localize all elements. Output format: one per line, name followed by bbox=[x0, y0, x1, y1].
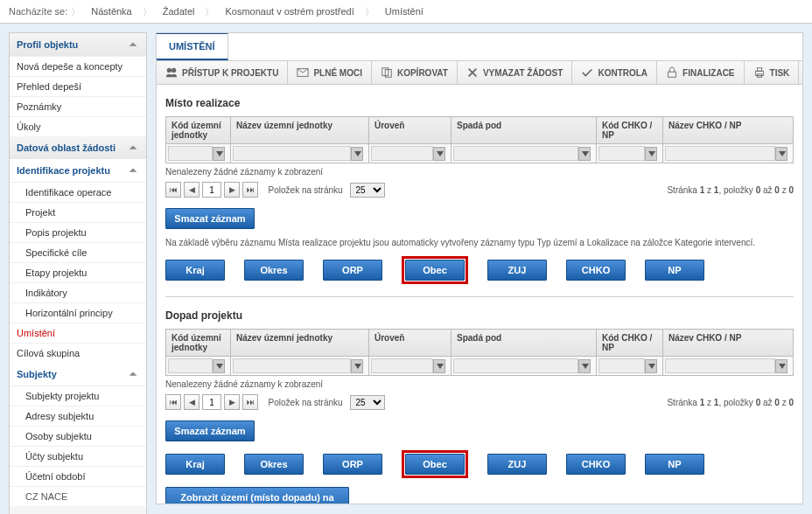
toolbar-vymazat[interactable]: VYMAZAT ŽÁDOST bbox=[458, 61, 572, 84]
col-header[interactable]: Název CHKO / NP bbox=[663, 330, 794, 357]
sidebar-item[interactable]: Popis projektu bbox=[10, 222, 146, 242]
col-header[interactable]: Úroveň bbox=[369, 330, 452, 357]
filter-icon[interactable] bbox=[578, 359, 591, 373]
filter-icon[interactable] bbox=[213, 359, 225, 373]
kraj-button[interactable]: Kraj bbox=[165, 260, 225, 281]
sidebar-item-active[interactable]: Umístění bbox=[10, 323, 146, 343]
sidebar-header-fin[interactable]: Financování bbox=[10, 506, 146, 514]
filter-icon[interactable] bbox=[775, 359, 788, 373]
sidebar-item[interactable]: Horizontální principy bbox=[10, 302, 146, 323]
toolbar-kopirovat[interactable]: KOPÍROVAT bbox=[372, 61, 458, 84]
sidebar-item[interactable]: Účetní období bbox=[10, 466, 146, 486]
col-header[interactable]: Spadá pod bbox=[452, 330, 597, 357]
toolbar-kontrola[interactable]: KONTROLA bbox=[572, 61, 657, 84]
bc-item[interactable]: Umístění bbox=[378, 4, 430, 18]
toolbar-plnemoci[interactable]: PLNÉ MOCI bbox=[288, 61, 372, 84]
delete-button[interactable]: Smazat záznam bbox=[165, 208, 255, 229]
sidebar-item[interactable]: Přehled depeší bbox=[10, 76, 146, 96]
np-button[interactable]: NP bbox=[645, 260, 704, 281]
col-header[interactable]: Název územní jednotky bbox=[231, 117, 369, 144]
sidebar-header-data[interactable]: Datová oblast žádosti bbox=[10, 136, 146, 159]
sidebar-header-ident[interactable]: Identifikace projektu bbox=[10, 159, 146, 182]
pager-first[interactable]: ⏮ bbox=[165, 394, 181, 410]
filter-input[interactable] bbox=[598, 146, 645, 161]
sidebar-item[interactable]: Cílová skupina bbox=[10, 343, 146, 363]
sidebar-item[interactable]: Indikátory bbox=[10, 282, 146, 302]
show-area-button[interactable]: Zobrazit území (místo dopadu) na výzvě bbox=[165, 487, 349, 504]
tab-umisteni[interactable]: UMÍSTĚNÍ bbox=[157, 32, 228, 60]
filter-input[interactable] bbox=[453, 146, 578, 161]
sidebar-header-subj[interactable]: Subjekty bbox=[10, 363, 146, 386]
pager-last[interactable]: ⏭ bbox=[242, 394, 258, 410]
col-header[interactable]: Kód územní jednotky bbox=[166, 117, 231, 144]
col-header[interactable]: Název územní jednotky bbox=[231, 330, 369, 357]
filter-icon[interactable] bbox=[351, 359, 363, 373]
filter-icon[interactable] bbox=[351, 147, 363, 161]
col-header[interactable]: Úroveň bbox=[369, 117, 452, 144]
zuj-button[interactable]: ZUJ bbox=[487, 454, 547, 475]
filter-icon[interactable] bbox=[433, 147, 445, 161]
bc-item[interactable]: Kosmonaut v ostrém prostředí bbox=[218, 4, 360, 18]
np-button[interactable]: NP bbox=[645, 454, 704, 475]
sidebar-item[interactable]: Poznámky bbox=[10, 96, 146, 116]
sidebar-item[interactable]: Etapy projektu bbox=[10, 262, 146, 282]
filter-input[interactable] bbox=[371, 146, 433, 161]
sidebar-item[interactable]: Nová depeše a koncepty bbox=[10, 56, 146, 76]
sidebar-item[interactable]: CZ NACE bbox=[10, 486, 146, 506]
pager-first[interactable]: ⏮ bbox=[165, 182, 181, 198]
pager-next[interactable]: ▶ bbox=[224, 394, 240, 410]
col-header[interactable]: Název CHKO / NP bbox=[663, 117, 794, 144]
toolbar-tisk[interactable]: TISK bbox=[745, 61, 800, 84]
chko-button[interactable]: CHKO bbox=[566, 454, 626, 475]
bc-item[interactable]: Nástěnka bbox=[84, 4, 138, 18]
filter-icon[interactable] bbox=[578, 147, 591, 161]
delete-button[interactable]: Smazat záznam bbox=[165, 420, 255, 441]
col-header[interactable]: Kód územní jednotky bbox=[166, 330, 231, 357]
filter-icon[interactable] bbox=[775, 147, 788, 161]
obec-button[interactable]: Obec bbox=[405, 260, 465, 281]
pager-page[interactable] bbox=[202, 394, 221, 410]
pager-last[interactable]: ⏭ bbox=[242, 182, 258, 198]
sidebar-item[interactable]: Projekt bbox=[10, 202, 146, 222]
pager-prev[interactable]: ◀ bbox=[184, 394, 200, 410]
filter-icon[interactable] bbox=[645, 147, 657, 161]
zuj-button[interactable]: ZUJ bbox=[487, 260, 547, 281]
col-header[interactable]: Spadá pod bbox=[452, 117, 597, 144]
bc-item[interactable]: Žadatel bbox=[156, 4, 202, 18]
filter-input[interactable] bbox=[665, 358, 775, 373]
filter-input[interactable] bbox=[233, 146, 351, 161]
sidebar-item[interactable]: Adresy subjektu bbox=[10, 406, 146, 426]
pager-page[interactable] bbox=[202, 182, 221, 198]
okres-button[interactable]: Okres bbox=[244, 454, 304, 475]
sidebar-item[interactable]: Účty subjektu bbox=[10, 446, 146, 466]
orp-button[interactable]: ORP bbox=[323, 260, 382, 281]
orp-button[interactable]: ORP bbox=[323, 454, 382, 475]
page-size[interactable]: 25 bbox=[350, 183, 385, 198]
filter-input[interactable] bbox=[665, 146, 775, 161]
sidebar-item[interactable]: Osoby subjektu bbox=[10, 426, 146, 446]
sidebar-item[interactable]: Úkoly bbox=[10, 116, 146, 136]
col-header[interactable]: Kód CHKO / NP bbox=[597, 117, 663, 144]
sidebar-item[interactable]: Identifikace operace bbox=[10, 182, 146, 202]
chko-button[interactable]: CHKO bbox=[566, 260, 626, 281]
col-header[interactable]: Kód CHKO / NP bbox=[597, 330, 663, 357]
filter-input[interactable] bbox=[168, 358, 213, 373]
filter-icon[interactable] bbox=[645, 359, 657, 373]
filter-input[interactable] bbox=[371, 358, 433, 373]
toolbar-pristup[interactable]: PŘÍSTUP K PROJEKTU bbox=[157, 61, 288, 84]
filter-icon[interactable] bbox=[433, 359, 445, 373]
filter-input[interactable] bbox=[233, 358, 351, 373]
filter-input[interactable] bbox=[598, 358, 645, 373]
filter-input[interactable] bbox=[453, 358, 578, 373]
filter-icon[interactable] bbox=[213, 147, 225, 161]
toolbar-finalizace[interactable]: FINALIZACE bbox=[657, 61, 744, 84]
filter-input[interactable] bbox=[168, 146, 213, 161]
pager-prev[interactable]: ◀ bbox=[184, 182, 200, 198]
okres-button[interactable]: Okres bbox=[244, 260, 304, 281]
sidebar-item[interactable]: Subjekty projektu bbox=[10, 386, 146, 406]
kraj-button[interactable]: Kraj bbox=[165, 454, 225, 475]
page-size[interactable]: 25 bbox=[350, 395, 385, 410]
pager-next[interactable]: ▶ bbox=[224, 182, 240, 198]
sidebar-header-profil[interactable]: Profil objektu bbox=[10, 33, 146, 56]
obec-button[interactable]: Obec bbox=[405, 454, 465, 475]
